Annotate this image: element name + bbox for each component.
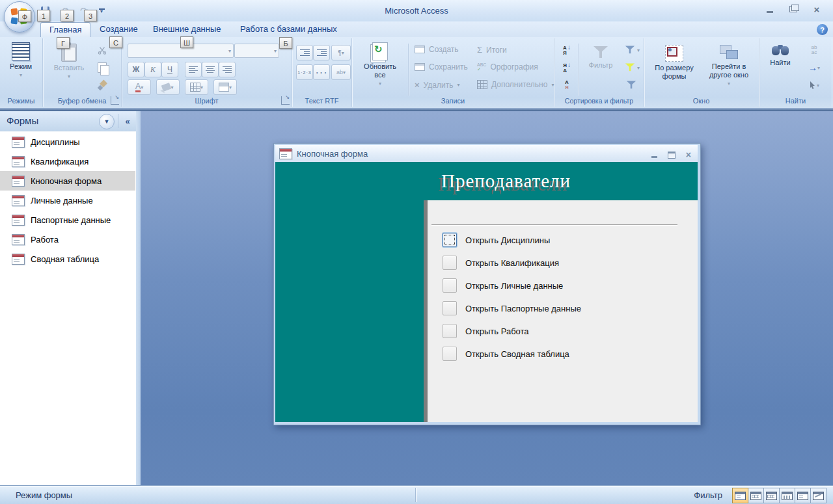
nav-item-label: Кнопочная форма — [31, 176, 102, 186]
tab-external-data[interactable]: Внешние данные — [144, 22, 230, 36]
filter-button[interactable]: Фильтр — [583, 46, 618, 70]
customize-qat-button[interactable]: ▾ — [96, 5, 107, 16]
align-center-button[interactable] — [202, 62, 219, 77]
collapse-pane-button[interactable]: « — [121, 114, 134, 128]
keytip-undo: 2 — [61, 10, 74, 21]
copy-icon — [98, 62, 107, 73]
delete-record-button[interactable]: ×Удалить▾ — [415, 80, 459, 90]
switch-windows-button[interactable]: Перейти в другое окно ▾ — [702, 45, 756, 88]
align-left-icon — [189, 65, 198, 74]
open-disciplines-button[interactable] — [443, 233, 457, 247]
form-view-button[interactable] — [732, 488, 748, 503]
app-title: Microsoft Access — [0, 6, 833, 16]
open-qualification-button[interactable] — [443, 256, 457, 270]
refresh-all-button[interactable]: ↻ Обновить все ▾ — [359, 42, 402, 88]
switchboard-panel-shadow — [424, 200, 428, 422]
pivotchart-view-button[interactable] — [780, 488, 795, 503]
fill-color-button[interactable]: ▾ — [156, 79, 180, 95]
sort-descending-button[interactable]: Я↓А — [558, 60, 575, 75]
group-sort-filter: А↓Я Я↓А АЯ Фильтр ▾ ▾ Сортировка и фильт… — [554, 38, 644, 107]
more-records-button[interactable]: Дополнительно▾ — [477, 80, 554, 89]
toggle-filter-icon — [627, 81, 636, 90]
nav-item-switchboard[interactable]: Кнопочная форма — [0, 171, 135, 191]
close-button[interactable]: × — [810, 4, 824, 14]
italic-button[interactable]: К — [144, 62, 161, 77]
align-left-button[interactable] — [185, 62, 202, 77]
switchboard-window-icon — [279, 148, 292, 159]
cut-button[interactable] — [94, 42, 111, 58]
alternate-fill-icon — [219, 83, 229, 92]
font-size-dropdown-icon: ▾ — [274, 48, 277, 54]
nav-item-passport-data[interactable]: Паспортные данные — [0, 210, 135, 230]
switchboard-close-icon: × — [686, 150, 691, 160]
text-direction-button[interactable]: ¶▾ — [331, 45, 351, 60]
switchboard-title-bar[interactable]: Кнопочная форма × — [275, 145, 698, 162]
advanced-filter-button[interactable]: ▾ — [621, 60, 642, 75]
selection-filter-button[interactable]: ▾ — [621, 42, 642, 58]
tab-database-tools[interactable]: Работа с базами данных — [232, 22, 346, 36]
navigation-menu-button[interactable]: ▼ — [99, 114, 115, 129]
switchboard-close-button[interactable]: × — [686, 150, 691, 159]
alternate-fill-button[interactable]: ▾ — [213, 79, 237, 95]
save-record-button[interactable]: Сохранить — [415, 62, 468, 72]
nav-item-pivot-table[interactable]: Сводная таблица — [0, 249, 135, 269]
bold-button[interactable]: Ж — [128, 62, 144, 77]
increase-indent-button[interactable] — [313, 45, 330, 60]
size-to-fit-form-button[interactable]: По размеру формы — [648, 45, 701, 81]
align-right-button[interactable] — [219, 62, 236, 77]
pane-splitter[interactable] — [136, 111, 141, 485]
clipboard-dialog-launcher[interactable] — [111, 96, 119, 105]
font-color-button[interactable]: А▾ — [128, 79, 151, 95]
layout-view-button[interactable] — [795, 488, 811, 503]
nav-item-personal-data[interactable]: Личные данные — [0, 191, 135, 210]
underline-button[interactable]: Ч — [161, 62, 178, 77]
nav-item-label: Квалификация — [31, 157, 89, 166]
nav-item-disciplines[interactable]: Дисциплины — [0, 132, 135, 152]
open-pivot-table-button[interactable] — [443, 347, 457, 361]
help-button[interactable]: ? — [817, 24, 828, 35]
minimize-button[interactable] — [763, 4, 777, 14]
totals-button[interactable]: ΣИтоги — [477, 45, 507, 55]
font-dialog-launcher[interactable] — [281, 96, 290, 105]
open-personal-data-button[interactable] — [443, 278, 457, 293]
tab-create[interactable]: Создание — [91, 22, 146, 36]
find-label: Найти — [770, 59, 790, 67]
goto-dropdown-icon: ▾ — [817, 65, 820, 71]
numbered-list-button[interactable]: 1·2·3 — [296, 64, 313, 80]
copy-button[interactable] — [94, 60, 111, 75]
switchboard-maximize-button[interactable] — [668, 152, 676, 159]
open-pivot-table-label: Открыть Сводная таблица — [465, 349, 569, 359]
open-passport-data-button[interactable] — [443, 301, 457, 315]
view-button[interactable]: Режим ▾ — [5, 42, 37, 79]
toggle-filter-button[interactable] — [621, 77, 642, 93]
bold-icon: Ж — [133, 65, 140, 74]
design-view-button[interactable] — [811, 488, 826, 503]
datasheet-view-button[interactable] — [748, 488, 764, 503]
bullet-list-icon: • • • — [316, 70, 327, 75]
find-button[interactable]: Найти — [763, 45, 797, 67]
pivottable-view-button[interactable] — [764, 488, 780, 503]
select-button[interactable]: ▾ — [802, 77, 826, 93]
goto-button[interactable]: →▾ — [802, 60, 826, 75]
gridlines-button[interactable]: ▾ — [185, 79, 208, 95]
restore-button[interactable] — [786, 4, 800, 14]
nav-item-work[interactable]: Работа — [0, 230, 135, 249]
new-record-button[interactable]: Создать — [415, 45, 459, 54]
font-size-combobox[interactable]: ▾ — [234, 44, 279, 58]
switchboard-left-panel — [275, 200, 424, 422]
spelling-button[interactable]: ABC✓Орфография — [477, 62, 538, 72]
open-work-button[interactable] — [443, 324, 457, 338]
tab-home[interactable]: Главная — [40, 22, 90, 37]
keytip-save: 1 — [37, 10, 50, 21]
paste-button[interactable]: Вставить ▾ — [52, 44, 86, 81]
format-painter-button[interactable] — [94, 77, 111, 93]
clear-sort-button[interactable]: АЯ — [558, 77, 575, 93]
nav-item-qualification[interactable]: Квалификация — [0, 152, 135, 171]
sort-ascending-button[interactable]: А↓Я — [558, 42, 575, 58]
bullet-list-button[interactable]: • • • — [313, 64, 330, 80]
view-dropdown-icon: ▾ — [20, 71, 22, 79]
replace-button[interactable]: abac — [802, 42, 826, 58]
switchboard-minimize-button[interactable] — [651, 156, 657, 158]
decrease-indent-button[interactable] — [296, 45, 313, 60]
highlight-button[interactable]: ab▾ — [331, 64, 351, 80]
